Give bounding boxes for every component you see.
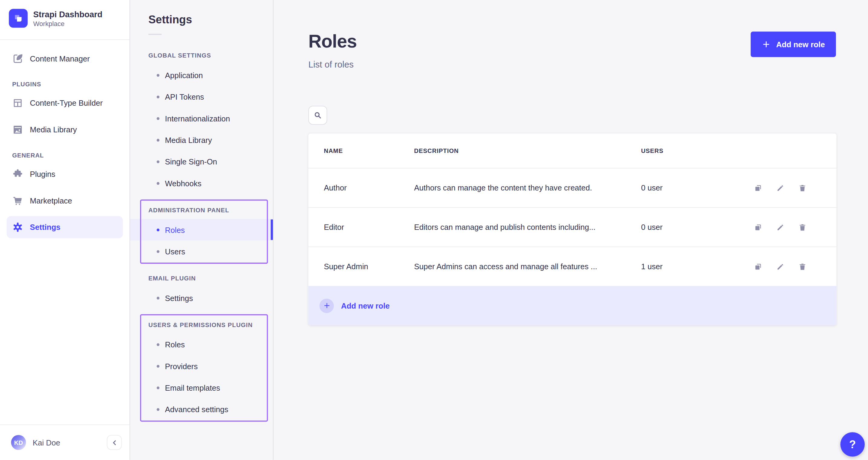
role-description: Editors can manage and publish contents … (414, 223, 641, 232)
subnav-section-administration-panel: ADMINISTRATION PANEL Roles Users (130, 206, 273, 262)
sidebar-item-label: Settings (30, 223, 61, 232)
subnav-section-global-settings: GLOBAL SETTINGS Application API Tokens I… (130, 52, 273, 194)
feather-pen-icon (12, 53, 23, 64)
app-title: Strapi Dashboard (33, 9, 102, 19)
role-users-count: 1 user (641, 262, 738, 271)
pencil-icon (776, 184, 784, 192)
sidebar-item-label: Content Manager (30, 54, 90, 63)
duplicate-button[interactable] (754, 184, 762, 192)
app-window: Strapi Dashboard Workplace Content Manag… (0, 0, 868, 460)
trash-icon (798, 262, 807, 270)
subnav-item-label: Application (165, 70, 203, 79)
subnav-section-header: GLOBAL SETTINGS (130, 52, 273, 60)
duplicate-icon (754, 223, 762, 231)
add-new-role-button[interactable]: Add new role (751, 31, 836, 57)
duplicate-icon (754, 184, 762, 192)
puzzle-icon (12, 168, 23, 179)
subnav-item-label: Internationalization (165, 114, 230, 123)
subnav-item-label: Advanced settings (165, 405, 228, 414)
settings-subnav: Settings GLOBAL SETTINGS Application API… (130, 0, 274, 460)
sidebar-section-plugins: PLUGINS (7, 81, 123, 88)
subnav-item-up-advanced-settings[interactable]: Advanced settings (130, 399, 273, 420)
trash-icon (798, 184, 807, 192)
duplicate-icon (754, 262, 762, 270)
subnav-item-label: Roles (165, 225, 185, 234)
duplicate-button[interactable] (754, 262, 762, 270)
role-description: Super Admins can access and manage all f… (414, 262, 641, 271)
edit-button[interactable] (776, 184, 784, 192)
page-header: Roles List of roles Add new role (274, 0, 868, 70)
delete-button[interactable] (798, 262, 807, 270)
edit-button[interactable] (776, 223, 784, 231)
subnav-section-header: USERS & PERMISSIONS PLUGIN (130, 321, 273, 329)
subnav-item-admin-roles[interactable]: Roles (130, 219, 273, 240)
role-name: Super Admin (324, 262, 414, 271)
sidebar-item-content-manager[interactable]: Content Manager (7, 48, 123, 70)
search-button[interactable] (308, 106, 327, 124)
sidebar-item-settings[interactable]: Settings (7, 216, 123, 238)
pencil-icon (776, 262, 784, 270)
role-users-count: 0 user (641, 183, 738, 192)
sidebar-item-media-library[interactable]: Media Library (7, 119, 123, 141)
page-subtitle: List of roles (308, 60, 357, 70)
subnav-item-email-settings[interactable]: Settings (130, 287, 273, 309)
sidebar-item-label: Media Library (30, 125, 77, 134)
subnav-item-internationalization[interactable]: Internationalization (130, 108, 273, 129)
duplicate-button[interactable] (754, 223, 762, 231)
workspace-name: Workplace (33, 20, 102, 28)
table-row[interactable]: Editor Editors can manage and publish co… (308, 207, 837, 247)
help-button[interactable]: ? (840, 432, 865, 457)
table-row[interactable]: Super Admin Super Admins can access and … (308, 247, 837, 286)
subnav-section-header: ADMINISTRATION PANEL (130, 206, 273, 214)
chevron-left-icon (111, 438, 118, 447)
sidebar-item-content-type-builder[interactable]: Content-Type Builder (7, 92, 123, 114)
sidebar-nav: Content Manager PLUGINS Content-Type Bui… (0, 40, 129, 238)
avatar[interactable]: KD (11, 435, 26, 450)
subnav-item-up-email-templates[interactable]: Email templates (130, 377, 273, 398)
cart-icon (12, 195, 23, 206)
sidebar-item-marketplace[interactable]: Marketplace (7, 190, 123, 212)
roles-table: NAME DESCRIPTION USERS Author Authors ca… (308, 134, 837, 325)
table-header-row: NAME DESCRIPTION USERS (308, 134, 837, 168)
pencil-icon (776, 223, 784, 231)
main-content: Roles List of roles Add new role NAME DE… (274, 0, 868, 460)
column-header-name: NAME (324, 147, 414, 154)
subnav-item-up-providers[interactable]: Providers (130, 355, 273, 377)
row-actions (738, 262, 821, 270)
sidebar-item-plugins[interactable]: Plugins (7, 163, 123, 185)
plus-circle-icon (319, 298, 334, 313)
delete-button[interactable] (798, 223, 807, 231)
subnav-item-label: Single Sign-On (165, 157, 217, 166)
edit-button[interactable] (776, 262, 784, 270)
row-actions (738, 184, 821, 192)
strapi-logo-icon (12, 12, 24, 24)
subnav-item-label: Settings (165, 293, 193, 302)
subnav-item-label: API Tokens (165, 92, 204, 101)
subnav-item-admin-users[interactable]: Users (130, 240, 273, 262)
subnav-section-users-permissions-plugin: USERS & PERMISSIONS PLUGIN Roles Provide… (130, 321, 273, 420)
subnav-item-up-roles[interactable]: Roles (130, 334, 273, 355)
add-new-role-label: Add new role (776, 40, 825, 49)
sidebar-footer: KD Kai Doe (0, 425, 129, 460)
subnav-item-label: Roles (165, 340, 185, 349)
subnav-item-api-tokens[interactable]: API Tokens (130, 86, 273, 108)
sidebar-section-general: GENERAL (7, 152, 123, 159)
role-name: Author (324, 183, 414, 192)
sidebar-item-label: Content-Type Builder (30, 99, 103, 108)
subnav-item-label: Providers (165, 362, 197, 370)
subnav-item-webhooks[interactable]: Webhooks (130, 172, 273, 194)
subnav-item-label: Media Library (165, 135, 212, 144)
table-row[interactable]: Author Authors can manage the content th… (308, 168, 837, 207)
role-name: Editor (324, 223, 414, 232)
subnav-item-single-sign-on[interactable]: Single Sign-On (130, 151, 273, 172)
table-footer-add-role[interactable]: Add new role (308, 286, 837, 325)
column-header-description: DESCRIPTION (414, 147, 641, 154)
collapse-sidebar-button[interactable] (107, 435, 122, 450)
trash-icon (798, 223, 807, 231)
delete-button[interactable] (798, 184, 807, 192)
subnav-item-application[interactable]: Application (130, 64, 273, 86)
workspace-switcher[interactable]: Strapi Dashboard Workplace (0, 0, 129, 35)
subnav-item-media-library[interactable]: Media Library (130, 129, 273, 150)
footer-add-role-label: Add new role (341, 301, 390, 310)
strapi-logo (9, 9, 28, 28)
